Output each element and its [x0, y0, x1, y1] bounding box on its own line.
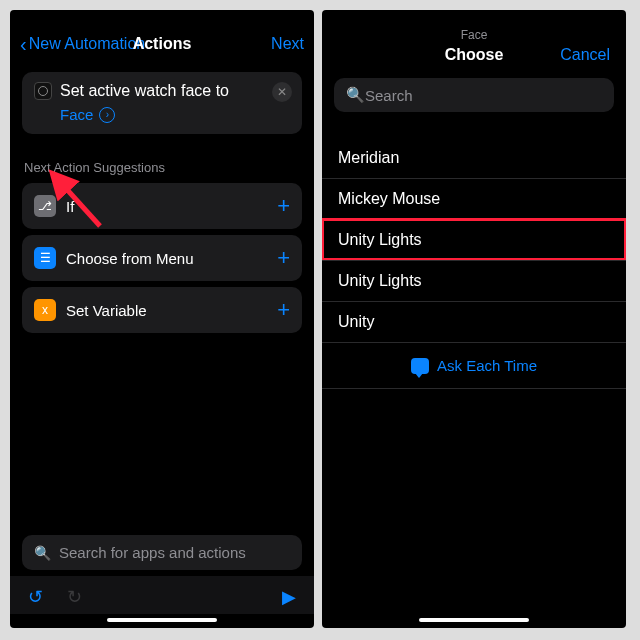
ask-each-time-button[interactable]: Ask Each Time: [322, 342, 626, 389]
left-screenshot: ‹ New Automation Actions Next Set active…: [10, 10, 314, 628]
chevron-left-icon: ‹: [20, 33, 27, 56]
variable-icon: x: [34, 299, 56, 321]
navbar: ‹ New Automation Actions Next: [10, 24, 314, 64]
plus-icon: +: [277, 245, 290, 271]
toolbar: ↺ ↻ ▶: [10, 576, 314, 614]
suggestion-choose-menu[interactable]: ☰ Choose from Menu +: [22, 235, 302, 281]
action-card[interactable]: Set active watch face to Face › ✕: [22, 72, 302, 134]
nav-supertitle: Face: [461, 28, 488, 42]
suggestion-set-variable[interactable]: x Set Variable +: [22, 287, 302, 333]
chevron-right-icon: ›: [99, 107, 115, 123]
list-item[interactable]: Unity Lights: [322, 260, 626, 301]
search-input[interactable]: [365, 87, 602, 104]
face-token[interactable]: Face ›: [60, 106, 115, 123]
cancel-button[interactable]: Cancel: [560, 46, 610, 64]
speech-bubble-icon: [411, 358, 429, 374]
right-screenshot: Face Choose Cancel 🔍 MeridianMickey Mous…: [322, 10, 626, 628]
search-bar[interactable]: 🔍: [22, 535, 302, 570]
menu-icon: ☰: [34, 247, 56, 269]
search-icon: 🔍: [34, 545, 51, 561]
suggestion-label: Set Variable: [66, 302, 277, 319]
run-button[interactable]: ▶: [282, 586, 296, 608]
search-input[interactable]: [59, 544, 290, 561]
back-button[interactable]: ‹ New Automation: [20, 33, 145, 56]
plus-icon: +: [277, 297, 290, 323]
list-item[interactable]: Unity Lights: [322, 219, 626, 260]
list-item[interactable]: Unity: [322, 301, 626, 342]
watch-icon: [34, 82, 52, 100]
page-title: Choose: [445, 46, 504, 64]
face-token-label: Face: [60, 106, 93, 123]
back-label: New Automation: [29, 35, 146, 53]
branch-icon: ⎇: [34, 195, 56, 217]
navbar: Face Choose Cancel: [322, 24, 626, 72]
list-item[interactable]: Mickey Mouse: [322, 178, 626, 219]
next-button[interactable]: Next: [271, 35, 304, 53]
search-bar[interactable]: 🔍: [334, 78, 614, 112]
list-item[interactable]: Meridian: [322, 138, 626, 178]
suggestion-if[interactable]: ⎇ If +: [22, 183, 302, 229]
home-indicator: [107, 618, 217, 622]
options-list: MeridianMickey MouseUnity LightsUnity Li…: [322, 138, 626, 342]
home-indicator: [419, 618, 529, 622]
suggestion-label: If: [66, 198, 277, 215]
redo-button[interactable]: ↻: [67, 586, 82, 608]
plus-icon: +: [277, 193, 290, 219]
ask-label: Ask Each Time: [437, 357, 537, 374]
clear-action-button[interactable]: ✕: [272, 82, 292, 102]
search-icon: 🔍: [346, 86, 365, 104]
action-text: Set active watch face to: [60, 82, 229, 100]
section-label: Next Action Suggestions: [24, 160, 300, 175]
undo-button[interactable]: ↺: [28, 586, 43, 608]
suggestion-label: Choose from Menu: [66, 250, 277, 267]
